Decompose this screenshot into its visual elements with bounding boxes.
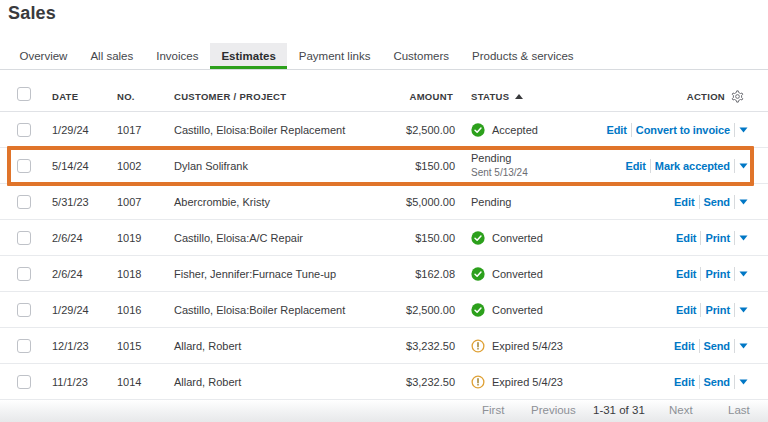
action-link-edit[interactable]: Edit — [676, 304, 696, 316]
action-separator — [734, 195, 735, 209]
cell-customer: Castillo, Eloisa:Boiler Replacement — [169, 304, 400, 316]
row-checkbox[interactable] — [17, 195, 31, 209]
action-link-edit[interactable]: Edit — [625, 160, 645, 172]
dropdown-caret-icon — [739, 271, 748, 277]
pagination-last[interactable]: Last — [728, 404, 750, 416]
pagination-first[interactable]: First — [482, 404, 504, 416]
action-dropdown-button[interactable] — [739, 127, 748, 133]
cell-date: 5/14/24 — [47, 160, 112, 172]
select-all-checkbox[interactable] — [17, 87, 31, 101]
cell-customer: Allard, Robert — [169, 340, 400, 352]
row-checkbox[interactable] — [17, 159, 31, 173]
cell-customer: Dylan Solifrank — [169, 160, 400, 172]
action-link-send[interactable]: Send — [704, 340, 731, 352]
estimate-row-1017: 1/29/241017Castillo, Eloisa:Boiler Repla… — [0, 112, 768, 148]
cell-status: PendingSent 5/13/24 — [460, 152, 580, 180]
status-subtext: Sent 5/13/24 — [471, 167, 528, 178]
cell-status: Pending — [460, 196, 580, 208]
action-link-send[interactable]: Send — [704, 196, 731, 208]
tab-invoices[interactable]: Invoices — [145, 43, 210, 69]
pagination-previous[interactable]: Previous — [531, 404, 576, 416]
page-title: Sales — [8, 3, 56, 24]
action-link-convert-to-invoice[interactable]: Convert to invoice — [636, 124, 730, 136]
action-link-mark-accepted[interactable]: Mark accepted — [655, 160, 730, 172]
row-checkbox[interactable] — [17, 303, 31, 317]
row-checkbox[interactable] — [17, 267, 31, 281]
dropdown-caret-icon — [739, 307, 748, 313]
tab-overview[interactable]: Overview — [8, 43, 79, 69]
status-text: Pending — [471, 196, 511, 208]
cell-customer: Castillo, Eloisa:Boiler Replacement — [169, 124, 400, 136]
tab-customers[interactable]: Customers — [382, 43, 461, 69]
cell-amount: $3,232.50 — [400, 376, 460, 388]
action-link-edit[interactable]: Edit — [674, 196, 694, 208]
column-header-customer[interactable]: CUSTOMER / PROJECT — [169, 91, 400, 102]
cell-customer: Fisher, Jennifer:Furnace Tune-up — [169, 268, 400, 280]
cell-date: 5/31/23 — [47, 196, 112, 208]
status-text: Converted — [492, 232, 543, 244]
action-link-print[interactable]: Print — [705, 268, 730, 280]
status-text: Pending — [471, 152, 511, 164]
estimate-row-1007: 5/31/231007Abercrombie, Kristy$5,000.00P… — [0, 184, 768, 220]
cell-action: EditSend — [580, 339, 768, 353]
cell-amount: $3,232.50 — [400, 340, 460, 352]
action-separator — [734, 339, 735, 353]
action-dropdown-button[interactable] — [739, 271, 748, 277]
action-separator — [700, 303, 701, 317]
tab-all-sales[interactable]: All sales — [79, 43, 145, 69]
cell-date: 1/29/24 — [47, 304, 112, 316]
action-dropdown-button[interactable] — [739, 199, 748, 205]
cell-action: EditConvert to invoice — [580, 123, 768, 137]
status-accepted-icon — [471, 231, 485, 245]
action-dropdown-button[interactable] — [739, 163, 748, 169]
action-separator — [734, 267, 735, 281]
cell-date: 12/1/23 — [47, 340, 112, 352]
cell-date: 2/6/24 — [47, 268, 112, 280]
action-link-print[interactable]: Print — [705, 304, 730, 316]
cell-amount: $5,000.00 — [400, 196, 460, 208]
action-link-edit[interactable]: Edit — [674, 376, 694, 388]
cell-amount: $2,500.00 — [400, 304, 460, 316]
row-checkbox[interactable] — [17, 339, 31, 353]
pagination-next[interactable]: Next — [669, 404, 693, 416]
dropdown-caret-icon — [739, 235, 748, 241]
column-header-status[interactable]: STATUS — [460, 91, 580, 102]
pagination-bar: First Previous 1-31 of 31 Next Last — [0, 400, 768, 422]
action-link-send[interactable]: Send — [704, 376, 731, 388]
cell-action: EditSend — [580, 375, 768, 389]
row-checkbox[interactable] — [17, 375, 31, 389]
action-dropdown-button[interactable] — [739, 235, 748, 241]
cell-status: Converted — [460, 231, 580, 245]
action-link-edit[interactable]: Edit — [606, 124, 626, 136]
cell-status: Expired 5/4/23 — [460, 339, 580, 353]
cell-customer: Allard, Robert — [169, 376, 400, 388]
cell-status: Converted — [460, 267, 580, 281]
action-dropdown-button[interactable] — [739, 343, 748, 349]
action-link-edit[interactable]: Edit — [676, 232, 696, 244]
dropdown-caret-icon — [739, 127, 748, 133]
tab-products-services[interactable]: Products & services — [461, 43, 586, 69]
action-dropdown-button[interactable] — [739, 379, 748, 385]
action-dropdown-button[interactable] — [739, 307, 748, 313]
column-header-amount[interactable]: AMOUNT — [400, 91, 460, 102]
cell-no: 1002 — [112, 160, 169, 172]
column-header-no[interactable]: NO. — [112, 91, 169, 102]
row-checkbox[interactable] — [17, 231, 31, 245]
tab-estimates[interactable]: Estimates — [210, 43, 287, 69]
cell-action: EditPrint — [580, 231, 768, 245]
row-checkbox[interactable] — [17, 123, 31, 137]
action-link-edit[interactable]: Edit — [676, 268, 696, 280]
action-link-edit[interactable]: Edit — [674, 340, 694, 352]
tab-payment-links[interactable]: Payment links — [287, 43, 382, 69]
gear-icon[interactable] — [731, 90, 744, 103]
status-expired-icon — [471, 375, 485, 389]
cell-status: Expired 5/4/23 — [460, 375, 580, 389]
status-text: Accepted — [492, 124, 538, 136]
cell-amount: $150.00 — [400, 160, 460, 172]
action-link-print[interactable]: Print — [705, 232, 730, 244]
status-text: Expired 5/4/23 — [492, 340, 563, 352]
dropdown-caret-icon — [739, 163, 748, 169]
action-separator — [700, 267, 701, 281]
cell-amount: $150.00 — [400, 232, 460, 244]
column-header-date[interactable]: DATE — [47, 91, 112, 102]
